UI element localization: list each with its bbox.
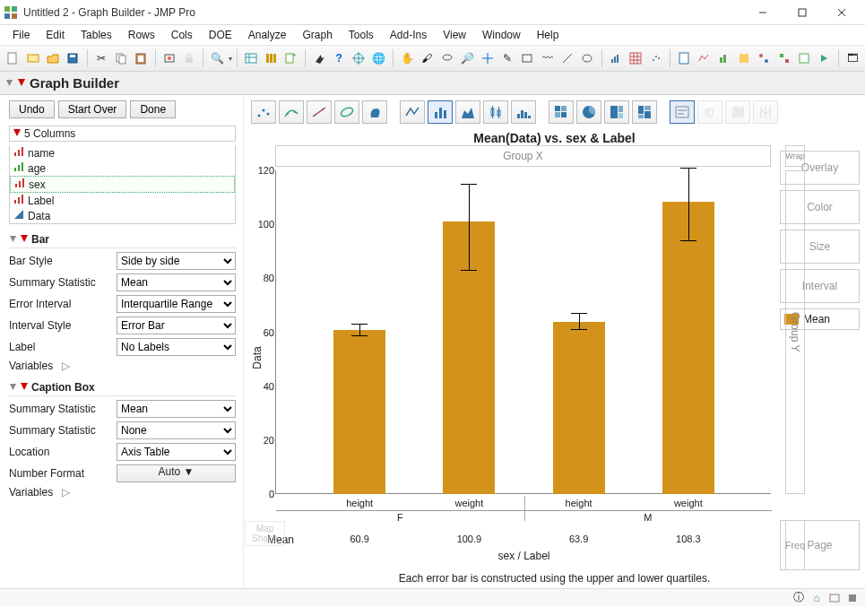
menu-graph[interactable]: Graph [295, 27, 339, 43]
linefit-icon[interactable] [307, 100, 332, 124]
expand-arrow-icon[interactable]: ▷ [62, 360, 70, 372]
area-icon[interactable] [455, 100, 480, 124]
points-icon[interactable] [251, 100, 276, 124]
tb-data-icon[interactable] [241, 48, 259, 68]
tb-lock-icon[interactable] [180, 48, 198, 68]
menu-rows[interactable]: Rows [121, 27, 162, 43]
done-button[interactable]: Done [130, 100, 176, 118]
tb-zoomin-icon[interactable]: 🔎 [458, 48, 476, 68]
menu-edit[interactable]: Edit [39, 27, 72, 43]
tb-arrow-icon[interactable] [309, 48, 327, 68]
column-item-age[interactable]: age [10, 161, 235, 176]
tb-lines-icon[interactable] [695, 48, 713, 68]
expand-arrow-icon[interactable]: ▷ [62, 486, 70, 499]
minimize-button[interactable] [743, 0, 783, 25]
tb-cut-icon[interactable]: ✂ [91, 48, 109, 68]
tb-screenshot-icon[interactable] [160, 48, 177, 68]
tb-run-icon[interactable] [815, 48, 833, 68]
formula-icon[interactable]: f() [697, 100, 722, 124]
caption-location-select[interactable]: Axis Table [117, 443, 236, 461]
smoother-icon[interactable] [279, 100, 304, 124]
red-triangle-icon[interactable] [13, 127, 22, 140]
menu-tables[interactable]: Tables [74, 27, 119, 43]
menu-addins[interactable]: Add-Ins [383, 27, 434, 43]
tb-misc4-icon[interactable] [775, 48, 793, 68]
columns-header[interactable]: 5 Columns [9, 126, 236, 142]
tb-newtable-icon[interactable] [23, 48, 41, 68]
menu-doe[interactable]: DOE [202, 27, 239, 43]
heatmap-icon[interactable] [549, 100, 574, 124]
freq-zone[interactable]: Freq [785, 520, 805, 570]
column-item-sex[interactable]: sex [10, 176, 235, 193]
menu-help[interactable]: Help [530, 27, 567, 43]
bar-interval-select[interactable]: Error Bar [117, 317, 236, 334]
group-x-zone[interactable]: Group X [275, 145, 771, 167]
disclosure-icon[interactable] [5, 77, 13, 90]
column-item-Data[interactable]: Data [10, 208, 235, 223]
tb-scatter-icon[interactable] [646, 48, 664, 68]
bar-icon[interactable] [428, 100, 453, 124]
home-icon[interactable]: ⌂ [809, 591, 824, 605]
tb-tablet-icon[interactable] [675, 48, 693, 68]
mosaic-icon[interactable] [632, 100, 657, 124]
hist-icon[interactable] [511, 100, 536, 124]
caption-summary-select[interactable]: Mean [117, 400, 236, 418]
column-item-Label[interactable]: Label [10, 193, 235, 208]
red-triangle-icon[interactable] [17, 77, 26, 90]
column-item-name[interactable]: name [10, 145, 235, 161]
box-icon[interactable] [483, 100, 508, 124]
menu-tools[interactable]: Tools [342, 27, 381, 43]
menu-window[interactable]: Window [475, 27, 528, 43]
tb-end-icon[interactable]: 🗔 [843, 48, 861, 68]
tb-save-icon[interactable] [64, 48, 82, 68]
bar-label-select[interactable]: No Labels [117, 338, 236, 356]
square-icon[interactable] [845, 591, 860, 605]
contour-icon[interactable] [362, 100, 387, 124]
menu-view[interactable]: View [436, 27, 473, 43]
disclosure-icon[interactable] [9, 381, 17, 394]
tb-help-icon[interactable]: ? [330, 48, 348, 68]
tb-ellipse-icon[interactable] [578, 48, 596, 68]
tb-open-icon[interactable] [44, 48, 62, 68]
tb-seg-icon[interactable]: 〰 [539, 48, 557, 68]
caption-summary2-select[interactable]: None [117, 421, 236, 439]
undo-button[interactable]: Undo [9, 100, 55, 118]
tb-misc1-icon[interactable] [714, 48, 732, 68]
disclosure-icon[interactable] [9, 233, 17, 246]
tb-lasso-icon[interactable] [438, 48, 456, 68]
tb-target-icon[interactable] [350, 48, 368, 68]
caption-icon[interactable] [670, 100, 695, 124]
ellipse-icon[interactable] [334, 100, 359, 124]
start-over-button[interactable]: Start Over [58, 100, 127, 118]
tb-copy-icon[interactable] [112, 48, 130, 68]
tb-add-icon[interactable]: + [281, 48, 299, 68]
tb-dist-icon[interactable] [607, 48, 625, 68]
red-triangle-icon[interactable] [20, 233, 29, 246]
tb-line-icon[interactable] [558, 48, 576, 68]
pie-icon[interactable] [576, 100, 601, 124]
wrap-zone[interactable]: Wrap [785, 145, 805, 167]
bar-F-height[interactable] [333, 330, 385, 494]
red-triangle-icon[interactable] [20, 381, 29, 394]
bar-M-weight[interactable] [662, 202, 714, 494]
info-icon[interactable]: ⓘ [791, 591, 806, 605]
maximize-button[interactable] [783, 0, 822, 25]
tb-zoom-dropdown-icon[interactable]: ▾ [229, 55, 232, 63]
group-y-zone[interactable]: Group Y [785, 170, 805, 494]
tb-globe-icon[interactable]: 🌐 [370, 48, 388, 68]
rect-icon[interactable] [827, 591, 842, 605]
tb-paste-icon[interactable] [132, 48, 150, 68]
tb-pencil-icon[interactable]: ✎ [498, 48, 516, 68]
bar-error-select[interactable]: Interquartile Range [117, 295, 236, 313]
tb-hand-icon[interactable]: ✋ [398, 48, 416, 68]
tb-crosshair-icon[interactable] [478, 48, 496, 68]
tb-grid-icon[interactable] [627, 48, 644, 68]
tb-misc3-icon[interactable] [755, 48, 773, 68]
plot-area[interactable]: Group X Wrap Group Y Freq Data heightwei… [244, 145, 780, 570]
bar-summary-select[interactable]: Mean [117, 273, 236, 291]
map-zone[interactable]: Map Shape [245, 521, 285, 546]
bar-style-select[interactable]: Side by side [117, 252, 236, 270]
section-caption-header[interactable]: Caption Box [9, 381, 236, 396]
treemap-icon[interactable] [604, 100, 629, 124]
tb-brush-icon[interactable]: 🖌 [418, 48, 436, 68]
